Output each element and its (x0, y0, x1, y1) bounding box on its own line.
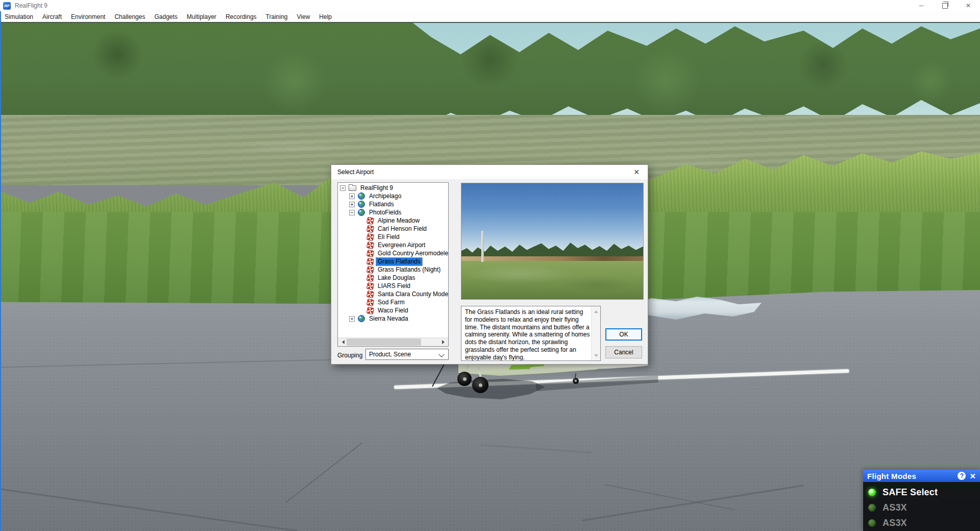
grouping-label: Grouping (337, 352, 362, 359)
globe-icon (358, 192, 365, 200)
ok-button[interactable]: OK (605, 328, 642, 341)
scroll-down-arrow-icon[interactable] (592, 352, 600, 360)
restore-button[interactable] (933, 0, 957, 11)
menu-multiplayer[interactable]: Multiplayer (182, 13, 221, 20)
grouping-dropdown[interactable]: Product, Scene (365, 349, 449, 360)
tree-item-santa-clara-county-model-air[interactable]: Santa Clara County Model Air (338, 290, 448, 298)
flight-modes-title: Flight Modes (867, 472, 958, 480)
airport-icon (366, 216, 374, 224)
flight-mode-safe-select: SAFE Select (863, 485, 980, 500)
tree-item-waco-field[interactable]: Waco Field (338, 306, 448, 315)
airport-icon (366, 290, 374, 298)
help-icon[interactable]: ? (958, 472, 966, 480)
menu-environment[interactable]: Environment (66, 13, 110, 20)
airport-icon (366, 274, 374, 281)
airport-icon (366, 298, 374, 306)
airport-icon (366, 241, 374, 249)
window-title: RealFlight 9 (15, 2, 47, 9)
dialog-close-icon[interactable]: ✕ (630, 166, 643, 178)
flight-modes-body: SAFE Select AS3X AS3X (863, 482, 980, 531)
menu-view[interactable]: View (292, 13, 315, 20)
tree-item-sierra-nevada[interactable]: + Sierra Nevada (338, 315, 448, 323)
tree-toggle[interactable]: + (349, 316, 355, 322)
menu-recordings[interactable]: Recordings (221, 13, 261, 20)
grouping-value: Product, Scene (369, 351, 411, 358)
globe-icon (358, 209, 365, 216)
led-indicator-icon (868, 489, 876, 496)
horizon-border (0, 22, 980, 23)
plane-wheel (457, 372, 472, 386)
tree-toggle[interactable]: − (340, 185, 346, 191)
airport-tree-list: − RealFlight 9 + Archipelago + Flatlands… (338, 184, 448, 323)
tree-item-gold-country-aeromodeler-pa[interactable]: Gold Country Aeromodeler Pa (338, 249, 448, 257)
menu-gadgets[interactable]: Gadgets (150, 13, 182, 20)
minimize-button[interactable]: ─ (910, 0, 933, 11)
menu-simulation[interactable]: Simulation (0, 13, 38, 20)
led-indicator-icon (868, 504, 876, 512)
folder-icon (349, 185, 356, 191)
flight-mode-label: AS3X (883, 518, 907, 528)
globe-icon (358, 315, 365, 322)
tree-item-realflight-9[interactable]: − RealFlight 9 (338, 184, 448, 192)
close-button[interactable]: ✕ (957, 0, 980, 11)
tree-item-eli-field[interactable]: Eli Field (338, 233, 448, 241)
scroll-right-arrow-icon[interactable] (440, 338, 448, 346)
airport-icon (366, 282, 374, 289)
menu-help[interactable]: Help (314, 13, 336, 20)
tree-toggle[interactable]: + (349, 202, 355, 207)
flight-modes-header[interactable]: Flight Modes ? ✕ (863, 470, 980, 482)
window-edge-accent (0, 11, 1, 531)
airport-icon (366, 233, 374, 240)
tree-toggle[interactable]: + (349, 194, 355, 199)
flight-mode-label: AS3X (883, 502, 907, 513)
airport-icon (366, 249, 374, 257)
scroll-left-arrow-icon[interactable] (338, 338, 346, 346)
plane-tail-wheel (573, 378, 579, 384)
flight-mode-as3x: AS3X (863, 515, 980, 530)
tree-item-flatlands[interactable]: + Flatlands (338, 200, 448, 208)
menu-aircraft[interactable]: Aircraft (38, 13, 66, 20)
tree-item-carl-henson-field[interactable]: Carl Henson Field (338, 225, 448, 233)
menu-training[interactable]: Training (261, 13, 292, 20)
description-scrollbar[interactable] (591, 306, 600, 360)
dialog-title: Select Airport (337, 168, 374, 176)
tree-item-alpine-meadow[interactable]: Alpine Meadow (338, 216, 448, 225)
chevron-down-icon (438, 351, 444, 357)
globe-icon (358, 201, 365, 208)
tree-item-liars-field[interactable]: LIARS Field (338, 282, 448, 290)
led-indicator-icon (868, 519, 876, 527)
flight-modes-panel: Flight Modes ? ✕ SAFE Select AS3X AS3X (863, 470, 980, 531)
tree-item-photofields[interactable]: − PhotoFields (338, 208, 448, 216)
tree-item-lake-douglas[interactable]: Lake Douglas (338, 274, 448, 282)
preview-pole (481, 231, 484, 262)
preview-grass (461, 261, 643, 299)
scroll-up-arrow-icon[interactable] (592, 306, 600, 315)
menu-bar: SimulationAircraftEnvironmentChallengesG… (0, 11, 980, 22)
cancel-button[interactable]: Cancel (605, 346, 642, 358)
tree-item-grass-flatlands[interactable]: Grass Flatlands (338, 257, 448, 266)
tree-item-grass-flatlands-night[interactable]: Grass Flatlands (Night) (338, 266, 448, 274)
airport-icon (366, 257, 374, 265)
restore-icon (942, 3, 948, 9)
airport-description-box: The Grass Flatlands is an ideal rural se… (461, 306, 601, 361)
airport-tree-panel: − RealFlight 9 + Archipelago + Flatlands… (337, 182, 449, 347)
tree-toggle[interactable]: − (349, 210, 355, 215)
plane-wheel (472, 377, 488, 393)
flight-mode-as3x: AS3X (863, 500, 980, 515)
flight-mode-label: SAFE Select (883, 487, 938, 498)
tree-item-evergreen-airport[interactable]: Evergreen Airport (338, 241, 448, 249)
scrollbar-thumb[interactable] (347, 339, 421, 346)
tree-item-sod-farm[interactable]: Sod Farm (338, 298, 448, 306)
dialog-titlebar[interactable]: Select Airport ✕ (331, 165, 648, 179)
airport-icon (366, 225, 374, 232)
airport-icon (366, 306, 374, 314)
close-icon[interactable]: ✕ (969, 472, 976, 480)
realflight-window: RF RealFlight 9 ─ ✕ SimulationAircraftEn… (0, 0, 980, 531)
airport-icon (366, 266, 374, 273)
select-airport-dialog: Select Airport ✕ − RealFlight 9 + Archip… (331, 164, 648, 365)
tree-horizontal-scrollbar[interactable] (338, 337, 448, 346)
airport-preview-image (461, 183, 644, 300)
tree-item-archipelago[interactable]: + Archipelago (338, 192, 448, 200)
window-controls: ─ ✕ (910, 0, 980, 11)
menu-challenges[interactable]: Challenges (110, 13, 150, 20)
